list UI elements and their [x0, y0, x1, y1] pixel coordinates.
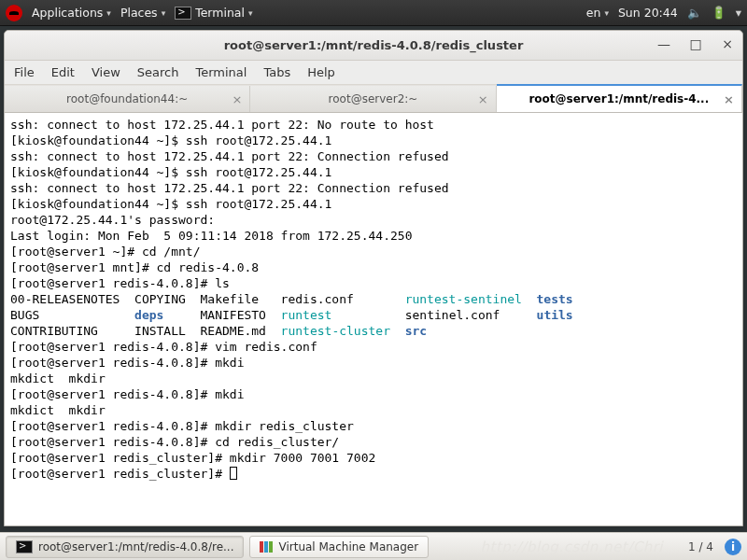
applications-menu[interactable]: Applications ▾ [32, 6, 111, 20]
taskbar-button-terminal[interactable]: root@server1:/mnt/redis-4.0.8/re... [6, 536, 244, 558]
terminal-line: [root@server1 mnt]# cd redis-4.0.8 [10, 259, 737, 275]
menubar: File Edit View Search Terminal Tabs Help [5, 61, 742, 85]
battery-icon[interactable]: 🔋 [712, 6, 726, 20]
info-badge-icon[interactable]: i [725, 539, 741, 555]
terminal-icon [175, 7, 191, 20]
terminal-cursor [230, 467, 237, 480]
input-language-label: en [586, 6, 601, 20]
tab-close-icon[interactable]: × [724, 92, 734, 106]
vmm-icon [260, 541, 273, 553]
workspace-indicator[interactable]: 1 / 4 [688, 540, 713, 553]
terminal-line: mkdict mkdir [10, 371, 737, 386]
clock[interactable]: Sun 20:44 [618, 6, 678, 20]
terminal-line: [root@server1 redis-4.0.8]# cd redis_clu… [10, 434, 737, 450]
tab-label: root@server1:/mnt/redis-4... [529, 92, 709, 105]
terminal-content[interactable]: ssh: connect to host 172.25.44.1 port 22… [5, 113, 742, 525]
taskbar-button-label: Virtual Machine Manager [278, 540, 418, 553]
caret-down-icon: ▾ [248, 8, 253, 18]
terminal-line: Last login: Mon Feb 5 09:11:14 2018 from… [10, 228, 737, 244]
terminal-tab[interactable]: root@foundation44:~ × [5, 86, 250, 112]
caret-down-icon: ▾ [162, 8, 166, 18]
menu-help[interactable]: Help [307, 65, 335, 79]
terminal-icon [16, 540, 33, 553]
terminal-line: [root@server1 redis_cluster]# [10, 466, 737, 482]
tab-label: root@server2:~ [329, 92, 418, 105]
window-titlebar[interactable]: root@server1:/mnt/redis-4.0.8/redis_clus… [5, 31, 742, 61]
menu-file[interactable]: File [14, 65, 35, 79]
tab-close-icon[interactable]: × [478, 92, 488, 106]
terminal-line: [kiosk@foundation44 ~]$ ssh root@172.25.… [10, 196, 737, 212]
applications-label: Applications [32, 6, 103, 20]
tab-label: root@foundation44:~ [66, 92, 188, 105]
clock-label: Sun 20:44 [618, 6, 678, 20]
places-menu[interactable]: Places ▾ [120, 6, 165, 20]
terminal-line: CONTRIBUTING INSTALL README.md runtest-c… [10, 323, 737, 339]
terminal-line: root@172.25.44.1's password: [10, 212, 737, 228]
active-app-label: Terminal [195, 6, 245, 20]
terminal-line: [kiosk@foundation44 ~]$ ssh root@172.25.… [10, 133, 737, 148]
terminal-line: BUGS deps MANIFESTO runtest sentinel.con… [10, 307, 737, 323]
terminal-tabbar: root@foundation44:~ × root@server2:~ × r… [5, 85, 742, 113]
terminal-line: [root@server1 redis-4.0.8]# mkdi [10, 386, 737, 402]
terminal-line: [root@server1 redis-4.0.8]# mkdir redis_… [10, 418, 737, 434]
terminal-tab[interactable]: root@server2:~ × [250, 86, 496, 112]
input-language[interactable]: en ▾ [586, 6, 609, 20]
menu-search[interactable]: Search [137, 65, 179, 79]
bottom-taskbar: root@server1:/mnt/redis-4.0.8/re... Virt… [0, 532, 747, 560]
terminal-line: ssh: connect to host 172.25.44.1 port 22… [10, 180, 737, 196]
taskbar-button-label: root@server1:/mnt/redis-4.0.8/re... [38, 540, 233, 553]
watermark-text: http://blog.csdn.net/Chri [481, 539, 663, 555]
tab-close-icon[interactable]: × [232, 92, 242, 106]
gnome-top-panel: Applications ▾ Places ▾ Terminal ▾ en ▾ … [0, 0, 747, 26]
redhat-logo-icon [6, 5, 22, 21]
minimize-button[interactable]: — [655, 36, 673, 51]
terminal-line: [kiosk@foundation44 ~]$ ssh root@172.25.… [10, 164, 737, 180]
terminal-line: ssh: connect to host 172.25.44.1 port 22… [10, 148, 737, 164]
close-button[interactable]: × [718, 36, 737, 51]
active-app-indicator[interactable]: Terminal ▾ [175, 6, 252, 20]
terminal-tab[interactable]: root@server1:/mnt/redis-4... × [497, 84, 742, 112]
taskbar-button-vmm[interactable]: Virtual Machine Manager [249, 536, 429, 558]
terminal-line: [root@server1 redis-4.0.8]# ls [10, 275, 737, 291]
caret-down-icon: ▾ [106, 8, 111, 18]
window-controls: — □ × [655, 36, 737, 51]
terminal-line: [root@server1 ~]# cd /mnt/ [10, 244, 737, 259]
maximize-button[interactable]: □ [686, 36, 705, 51]
menu-edit[interactable]: Edit [51, 65, 75, 79]
places-label: Places [120, 6, 158, 20]
terminal-line: [root@server1 redis-4.0.8]# mkdi [10, 355, 737, 371]
window-title: root@server1:/mnt/redis-4.0.8/redis_clus… [224, 38, 524, 52]
user-menu-caret-icon[interactable]: ▾ [736, 6, 741, 20]
menu-terminal[interactable]: Terminal [195, 65, 247, 79]
menu-view[interactable]: View [92, 65, 120, 79]
terminal-line: ssh: connect to host 172.25.44.1 port 22… [10, 117, 737, 133]
terminal-line: [root@server1 redis_cluster]# mkdir 7000… [10, 450, 737, 466]
terminal-line: [root@server1 redis-4.0.8]# vim redis.co… [10, 339, 737, 355]
caret-down-icon: ▾ [604, 8, 609, 18]
volume-icon[interactable]: 🔈 [687, 6, 702, 20]
terminal-line: mkdict mkdir [10, 402, 737, 418]
menu-tabs[interactable]: Tabs [263, 65, 290, 79]
terminal-window: root@server1:/mnt/redis-4.0.8/redis_clus… [4, 30, 743, 526]
terminal-line: 00-RELEASENOTES COPYING Makefile redis.c… [10, 291, 737, 307]
